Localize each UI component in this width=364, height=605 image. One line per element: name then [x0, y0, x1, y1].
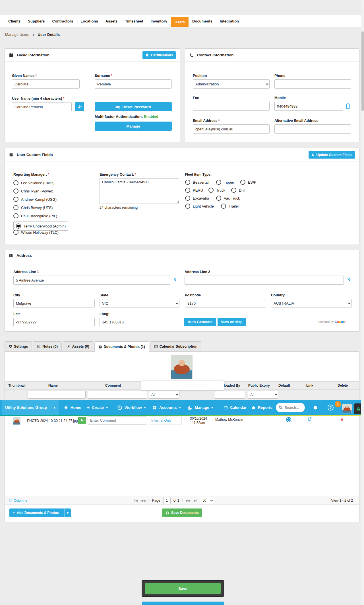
- certifications-button[interactable]: Certifications: [142, 51, 176, 59]
- col-comment[interactable]: Comment: [105, 383, 121, 387]
- breadcrumb-parent[interactable]: Manage Users: [5, 32, 29, 37]
- trash-icon[interactable]: [340, 417, 344, 421]
- pager-first-icon[interactable]: |◀: [134, 499, 138, 503]
- default-radio-checked[interactable]: [286, 417, 291, 422]
- username-input[interactable]: [12, 102, 72, 111]
- fleet-type-option[interactable]: PERU: [185, 188, 203, 193]
- fleet-type-option[interactable]: Excavator: [185, 196, 209, 201]
- user-accounts-button[interactable]: [75, 102, 84, 111]
- top-tab-clients[interactable]: Clients: [5, 15, 24, 27]
- radio-icon[interactable]: [240, 180, 245, 185]
- edit-name-button[interactable]: ✎: [78, 417, 86, 424]
- alt-email-input[interactable]: [274, 124, 351, 134]
- top-tab-assets[interactable]: Assets: [102, 15, 121, 27]
- help-icon[interactable]: ?: [328, 405, 334, 411]
- auto-generate-button[interactable]: Auto-Generate: [184, 318, 216, 326]
- add-documents-caret[interactable]: ▾: [64, 508, 71, 517]
- document-comment-textarea[interactable]: [88, 417, 147, 424]
- top-tab-documents[interactable]: Documents: [189, 15, 216, 27]
- long-input[interactable]: [100, 318, 180, 326]
- mobile-input[interactable]: [274, 102, 343, 111]
- position-select[interactable]: Administration: [193, 79, 270, 89]
- toolbar-create[interactable]: + Create ▾: [86, 400, 108, 415]
- pager-last-icon[interactable]: ▶|: [194, 499, 197, 503]
- radio-icon[interactable]: [221, 204, 226, 209]
- reporting-manager-option[interactable]: Paul Bracegirdle (P/L): [13, 213, 57, 218]
- given-names-input[interactable]: [12, 79, 80, 89]
- page-number-input[interactable]: [163, 497, 171, 504]
- radio-icon[interactable]: [13, 213, 18, 218]
- top-tab-users[interactable]: Users: [171, 17, 189, 27]
- surname-input[interactable]: [95, 79, 172, 89]
- radio-icon[interactable]: [185, 180, 190, 185]
- radio-icon[interactable]: [185, 196, 190, 201]
- radio-icon[interactable]: [216, 180, 221, 185]
- radio-icon[interactable]: [231, 188, 236, 193]
- reporting-manager-option-selected[interactable]: Terry Underwood (Admin): [13, 222, 68, 231]
- user-photo[interactable]: [171, 355, 193, 379]
- fleet-type-option[interactable]: EWP: [240, 180, 257, 185]
- top-tab-inventory[interactable]: Inventory: [147, 15, 171, 27]
- location-pin-icon[interactable]: [173, 277, 177, 283]
- tab-settings[interactable]: Settings: [5, 341, 32, 351]
- radio-icon[interactable]: [185, 204, 190, 209]
- fleet-type-option[interactable]: Vac Truck: [216, 196, 240, 201]
- col-name[interactable]: Name: [48, 383, 58, 387]
- page-size-select[interactable]: 50: [200, 497, 214, 504]
- notification-badge[interactable]: 1: [335, 401, 341, 407]
- mobile-phone-icon[interactable]: [346, 103, 350, 109]
- top-tab-integration[interactable]: Integration: [216, 15, 243, 27]
- radio-icon[interactable]: [13, 205, 18, 210]
- reporting-manager-option[interactable]: Chris Bowey (UTS): [13, 205, 53, 210]
- toolbar-home[interactable]: Home: [64, 400, 81, 415]
- reporting-manager-option[interactable]: Wilson Holloway (TLC): [13, 230, 59, 235]
- email-input[interactable]: [193, 124, 270, 134]
- radio-icon[interactable]: [13, 188, 18, 194]
- reporting-manager-option[interactable]: Lee Vallance (Civils): [13, 180, 55, 185]
- country-select[interactable]: AUSTRALIA: [271, 299, 352, 307]
- top-tab-timesheet[interactable]: Timesheet: [121, 15, 147, 27]
- search-input[interactable]: [284, 405, 303, 410]
- lat-input[interactable]: [13, 318, 95, 326]
- location-pin-icon[interactable]: [347, 277, 351, 283]
- fleet-type-option[interactable]: Beavertail: [185, 180, 209, 185]
- visibility-filter-select[interactable]: All: [149, 391, 179, 399]
- address-line1-input[interactable]: [13, 276, 170, 285]
- update-custom-fields-button[interactable]: ↻ Update Custom Fields: [309, 151, 355, 159]
- name-filter-input[interactable]: [28, 391, 86, 399]
- toolbar-workflow[interactable]: Workflow ▾: [117, 400, 146, 415]
- save-button[interactable]: Save: [145, 583, 221, 594]
- visibility-select[interactable]: Internal Only ⌄: [149, 417, 182, 424]
- emergency-contact-textarea[interactable]: Camilo Garcia - 0405694911: [100, 178, 179, 204]
- save-documents-button[interactable]: Save Documents: [162, 508, 202, 517]
- col-uploaded-by[interactable]: loaded By: [224, 383, 240, 387]
- public-expiry-filter-select[interactable]: All: [248, 391, 278, 399]
- external-link-icon[interactable]: [307, 417, 312, 421]
- fleet-type-option[interactable]: Tipper: [216, 180, 234, 185]
- bell-icon[interactable]: [313, 405, 318, 410]
- radio-icon[interactable]: [13, 180, 18, 185]
- radio-icon[interactable]: [216, 196, 221, 201]
- radio-icon[interactable]: [208, 188, 214, 193]
- top-tab-locations[interactable]: Locations: [77, 15, 102, 27]
- reset-password-button[interactable]: Reset Password: [95, 102, 172, 111]
- reporting-manager-option[interactable]: Andrew Kampl (USG): [13, 197, 57, 202]
- toolbar-accounts[interactable]: Accounts ▾: [152, 400, 181, 415]
- tab-assets[interactable]: Assets (0): [63, 341, 93, 351]
- view-on-map-button[interactable]: View on Map: [218, 318, 246, 326]
- top-tab-suppliers[interactable]: Suppliers: [24, 15, 48, 27]
- add-documents-photos-button[interactable]: +Add Documents & Photos ▾: [9, 508, 71, 517]
- page-scrollbar[interactable]: [361, 0, 364, 605]
- pager-next-icon[interactable]: ▶▶: [186, 499, 191, 503]
- uploaded-by-filter-input[interactable]: [214, 391, 245, 399]
- user-avatar[interactable]: [342, 404, 352, 413]
- tab-calendar-subscription[interactable]: Calendar Subscription: [150, 341, 201, 351]
- tab-documents-photos[interactable]: Documents & Photos (1): [94, 341, 149, 352]
- fleet-type-option[interactable]: Truck: [208, 188, 225, 193]
- radio-checked-icon[interactable]: [16, 223, 21, 229]
- address-line2-input[interactable]: [185, 276, 344, 285]
- tab-notes[interactable]: Notes (0): [33, 341, 61, 351]
- columns-link[interactable]: Columns: [9, 499, 27, 503]
- reporting-manager-option[interactable]: Chris Ryan (Power): [13, 188, 53, 194]
- fleet-type-option[interactable]: Drill: [231, 188, 245, 193]
